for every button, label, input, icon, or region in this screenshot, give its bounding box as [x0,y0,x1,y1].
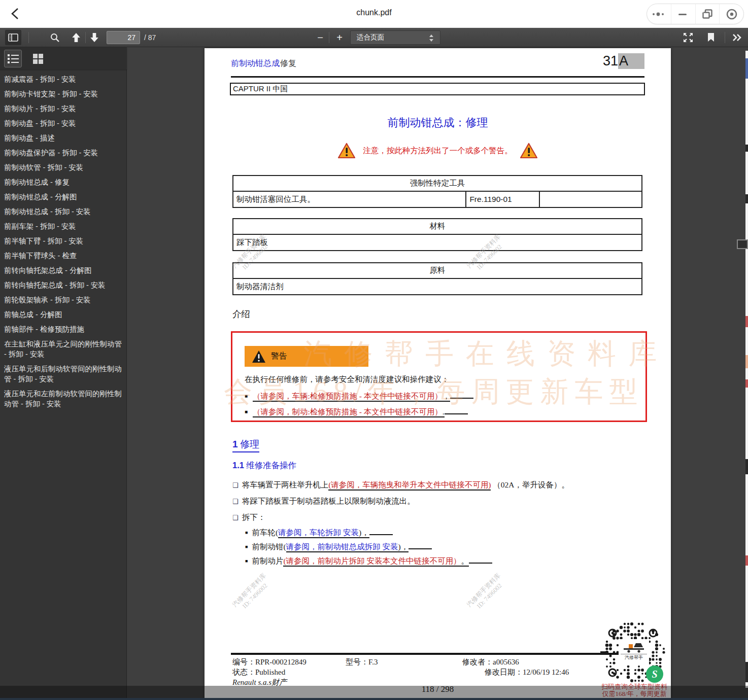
table-cell: 制动钳活塞回位工具。 [233,191,466,207]
doc-link[interactable]: (请参阅，车辆拖曳和举升本文件中链接不可用) [328,480,491,491]
header-title-blue: 前制动钳总成 [231,59,280,67]
table-cell [539,191,642,207]
sidebar-toc-item[interactable]: 前制动盘保护器 - 拆卸 - 安装 [0,145,127,160]
scrollbar-thumb[interactable] [737,239,748,249]
section-heading-1: 1 修理 [232,438,259,452]
text-segment: ， [443,392,451,402]
sidebar-toc-item[interactable]: 前制动卡钳支架 - 拆卸 - 安装 [0,86,127,101]
footer-editor: 修改者：a005636 [462,657,519,667]
zoom-in-button[interactable]: + [332,30,347,45]
zoom-scale-label: 适合页面 [357,33,384,42]
doc-link[interactable]: （请参阅，车辆:检修预防措施 - 本文件中链接不可用） [253,392,443,402]
sidebar-toc-item[interactable]: 前减震器 - 拆卸 - 安装 [0,72,127,86]
sidebar-toc-item[interactable]: 前制动盘 - 描述 [0,130,127,145]
zoom-out-button[interactable]: − [313,30,327,45]
section-heading-1-1: 1.1 维修准备操作 [232,460,296,471]
outline-view-icon[interactable] [4,50,22,67]
sidebar-toc-item[interactable]: 前制动钳总成 - 分解图 [0,189,127,204]
warning-label: 警告 [271,351,287,362]
watermark-id: 汽修帮手资料库ID: 7496002 [465,572,508,614]
doc-link[interactable]: (请参阅，前制动片拆卸 安装本文件中链接不可用） [283,556,461,567]
table-cell: 制动器清洁剂 [233,278,642,295]
footer-modified-date: 修改日期：12/06/19 12:46 [485,668,569,677]
sidebar-toggle-icon[interactable] [5,30,21,45]
sidebar-toc-item[interactable]: 前轮毂架轴承 - 拆卸 - 安装 [0,292,127,307]
document-outline-list: 前减震器 - 拆卸 - 安装前制动卡钳支架 - 拆卸 - 安装前制动片 - 拆卸… [0,72,127,700]
sidebar-toc-item[interactable]: 前转向轴托架总成 - 分解图 [0,263,127,277]
text-segment [450,392,473,399]
text-segment [469,556,492,564]
text-segment: 。 [461,556,469,567]
sidebar-toc-item[interactable]: 前半轴下臂 - 拆卸 - 安装 [0,233,127,248]
qr-center-logo: 汽修帮手 [619,639,649,666]
doc-link[interactable]: 请参阅，前制动钳总成拆卸 安装 [286,542,398,552]
sidebar-toc-item[interactable]: 在主缸和液压单元之间的刚性制动管 - 拆卸 - 安装 [0,336,127,361]
page-count-label: / 87 [144,33,156,42]
section-title: 修理 [238,439,260,449]
footer-doc-number: 编号：RPR-000212849 [232,657,307,667]
procedure-substep: 前车轮(请参阅，车轮拆卸 安装)， [245,528,393,538]
window-controls [647,4,744,24]
bookmark-icon[interactable] [703,30,719,45]
pdf-page: 前制动钳总成 修复 31A CAPTUR II 中国 前制动钳总成：修理 注意，… [205,48,671,700]
sidebar-toc-item[interactable]: 前转向轴托架总成 - 拆卸 - 安装 [0,277,127,292]
warning-intro-text: 在执行任何维修前，请参考安全和清洁度建议和操作建议： [245,374,449,385]
more-options-icon[interactable] [647,4,671,24]
mandatory-tools-table: 强制性特定工具 制动钳活塞回位工具。 Fre.1190-01 [232,175,642,208]
text-segment: 将踩下踏板置于制动器踏板上以限制制动液流出。 [242,497,415,505]
previous-page-icon[interactable] [69,30,83,45]
select-arrows-icon [429,34,434,42]
restore-window-icon[interactable] [695,4,720,24]
sidebar-toc-item[interactable]: 液压单元和后制动软管间的刚性制动管 - 拆卸 - 安装 [0,361,127,386]
sidebar-toc-item[interactable]: 前制动钳总成 - 拆卸 - 安装 [0,204,127,219]
table-header: 原料 [233,263,642,278]
text-segment [445,407,468,414]
section-code-number: 31 [603,53,618,68]
sidebar-toc-item[interactable]: 前半轴下臂球头 - 检查 [0,248,127,263]
sidebar-toc-item[interactable]: 前轴总成 - 分解图 [0,307,127,322]
sidebar-toc-item[interactable]: 前轴部件 - 检修预防措施 [0,322,127,336]
doc-link[interactable]: 请参阅，车轮拆卸 安装 [278,528,359,538]
header-rule [231,76,644,78]
window-bottom-edge [0,698,748,700]
table-header: 材料 [233,219,642,234]
search-icon[interactable] [48,30,62,45]
footer-rule [231,653,644,655]
text-segment: 前制动片 [252,556,283,565]
table-cell: 踩下踏板 [233,234,642,251]
text-segment: )， [359,528,369,538]
bottom-overlay [0,686,748,698]
presentation-mode-icon[interactable] [680,30,696,45]
zoom-scale-select[interactable]: 适合页面 [350,30,440,45]
sidebar-toc-item[interactable]: 前制动钳总成 - 修复 [0,174,127,189]
minimize-icon[interactable] [671,4,695,24]
warning-banner: 警告 [245,346,368,367]
toolbar-separator [329,32,329,43]
thumbnails-view-icon[interactable] [29,52,47,66]
notice-text: 注意，按此种方法列出了一个或多个警告。 [363,146,513,156]
intro-heading: 介绍 [232,308,250,320]
footer-status: 状态：Published [232,668,285,677]
close-circle-icon[interactable] [719,4,743,24]
procedure-step: 将车辆置于两柱举升机上(请参阅，车辆拖曳和举升本文件中链接不可用) （02A，举… [232,480,569,491]
table-header: 强制性特定工具 [233,176,642,191]
text-segment: 前制动钳( [252,542,286,551]
document-title: chunk.pdf [0,8,748,17]
doc-link[interactable]: （请参阅，制动:检修预防措施 - 本文件中链接不可用） [253,407,443,417]
warning-triangle-icon [520,143,538,159]
next-page-icon[interactable] [87,30,101,45]
header-title-gray: 修复 [280,59,296,67]
warning-bullet: （请参阅，车辆:检修预防措施 - 本文件中链接不可用）， [245,391,473,402]
pdf-sidebar: 前减震器 - 拆卸 - 安装前制动卡钳支架 - 拆卸 - 安装前制动片 - 拆卸… [0,47,127,700]
procedure-step: 将踩下踏板置于制动器踏板上以限制制动液流出。 [232,496,415,507]
page-number-input[interactable] [107,31,140,44]
more-tools-icon[interactable] [729,30,745,45]
sidebar-toc-item[interactable]: 前制动软管 - 拆卸 - 安装 [0,160,127,174]
page-header-title: 前制动钳总成 修复 [231,58,296,69]
qr-logo-text: 汽修帮手 [621,654,647,661]
sidebar-toc-item[interactable]: 前制动片 - 拆卸 - 安装 [0,101,127,116]
watermark-id: 汽修帮手资料库ID: 7496002 [231,572,274,614]
sidebar-toc-item[interactable]: 前副车架 - 拆卸 - 安装 [0,219,127,233]
sidebar-toc-item[interactable]: 液压单元和左前制动软管间的刚性制动管 - 拆卸 - 安装 [0,386,127,411]
sidebar-toc-item[interactable]: 前制动盘 - 拆卸 - 安装 [0,116,127,130]
